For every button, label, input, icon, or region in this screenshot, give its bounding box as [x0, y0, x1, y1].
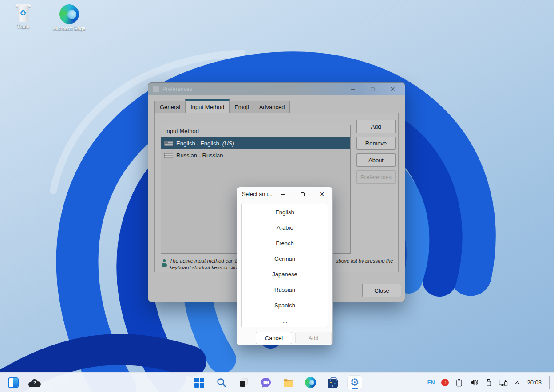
- info-text-line2: keyboard shortcut keys or clicking: [170, 265, 237, 270]
- minimize-icon: [351, 89, 355, 90]
- list-item-english[interactable]: English - English (US): [161, 137, 350, 149]
- titlebar[interactable]: Select an i... ✕: [237, 187, 332, 201]
- remove-button[interactable]: Remove: [356, 137, 396, 150]
- up-arrow-icon: ↑: [444, 380, 447, 385]
- maximize-button[interactable]: [293, 187, 312, 201]
- minimize-button[interactable]: [273, 187, 293, 201]
- close-icon: ✕: [390, 86, 396, 92]
- windows-logo-icon: [194, 378, 204, 388]
- app-icon: [153, 86, 159, 92]
- folder-icon: [283, 377, 294, 388]
- file-explorer-button[interactable]: [281, 376, 295, 390]
- about-button[interactable]: About: [356, 153, 396, 167]
- search-icon: [216, 377, 227, 388]
- tab-general[interactable]: General: [154, 101, 186, 113]
- task-view-icon: [238, 377, 249, 388]
- edge-icon: [59, 4, 79, 24]
- titlebar[interactable]: Preferences ✕: [148, 83, 405, 95]
- usb-drive-icon[interactable]: [486, 378, 492, 387]
- preferences-button[interactable]: Preferences: [356, 170, 396, 184]
- store-button[interactable]: [325, 376, 340, 390]
- close-button[interactable]: ✕: [383, 83, 403, 95]
- show-desktop-button[interactable]: [549, 376, 550, 389]
- edge-button[interactable]: [303, 376, 317, 390]
- taskbar-clock[interactable]: 20:03: [527, 379, 542, 386]
- trash-icon: ♻: [16, 4, 31, 22]
- tab-label: General: [160, 104, 180, 110]
- settings-button[interactable]: ⚙: [348, 376, 362, 390]
- search-button[interactable]: [214, 376, 229, 390]
- tab-advanced[interactable]: Advanced: [254, 101, 290, 113]
- ru-flag-icon: [164, 153, 173, 158]
- desktop-icon-label: Microsoft Edge: [51, 26, 88, 31]
- add-button[interactable]: Add: [356, 120, 396, 133]
- select-input-method-window: Select an i... ✕ English Arabic French G…: [237, 187, 333, 345]
- widgets-icon[interactable]: [8, 377, 19, 388]
- close-icon: ✕: [319, 191, 324, 197]
- language-item-japanese[interactable]: Japanese: [242, 267, 328, 282]
- volume-icon[interactable]: [470, 379, 479, 386]
- window-title: Select an i...: [242, 191, 273, 197]
- list-item-label: Russian - Russian: [176, 152, 223, 159]
- tab-input-method[interactable]: Input Method: [185, 99, 230, 113]
- language-item-spanish[interactable]: Spanish: [242, 298, 328, 313]
- store-icon: [328, 379, 338, 388]
- recycle-icon: ♻: [16, 9, 31, 17]
- add-button[interactable]: Add: [295, 332, 332, 344]
- display-devices-icon[interactable]: [499, 379, 508, 387]
- language-item-more[interactable]: ...: [242, 313, 328, 327]
- tab-label: Emoji: [234, 104, 249, 110]
- task-view-button[interactable]: [237, 376, 251, 390]
- cancel-button[interactable]: Cancel: [256, 332, 292, 344]
- list-item-label: English - English: [176, 140, 219, 147]
- language-item-french[interactable]: French: [242, 235, 328, 251]
- clipboard-icon[interactable]: [455, 378, 463, 387]
- info-text-line1-right: above list by pressing the: [336, 258, 393, 263]
- gear-icon: ⚙: [350, 377, 360, 388]
- list-item-russian[interactable]: Russian - Russian: [161, 149, 350, 161]
- maximize-icon: [301, 192, 305, 196]
- maximize-button[interactable]: [363, 83, 383, 95]
- language-item-arabic[interactable]: Arabic: [242, 220, 328, 235]
- chevron-up-icon[interactable]: [514, 381, 520, 384]
- info-text-line1-left: The active input method can be s: [170, 258, 237, 263]
- language-item-russian[interactable]: Russian: [242, 282, 328, 298]
- person-icon: [161, 259, 167, 267]
- minimize-button[interactable]: [343, 83, 363, 95]
- window-title: Preferences: [162, 86, 192, 92]
- desktop-icon-label: Trash: [4, 24, 42, 29]
- list-column-header: Input Method: [161, 125, 350, 137]
- us-flag-icon: [164, 141, 173, 146]
- list-item-suffix: (US): [222, 140, 234, 147]
- close-dialog-button[interactable]: Close: [362, 284, 401, 297]
- language-indicator[interactable]: EN: [427, 380, 435, 386]
- desktop-icon-trash[interactable]: ♻ Trash: [4, 4, 42, 29]
- close-button[interactable]: ✕: [312, 187, 332, 201]
- minimize-icon: [281, 194, 285, 195]
- desktop-icon-edge[interactable]: Microsoft Edge: [51, 4, 88, 31]
- chat-icon: [260, 377, 272, 388]
- tab-emoji[interactable]: Emoji: [229, 101, 254, 113]
- language-item-english[interactable]: English: [242, 204, 328, 220]
- weather-cloud-icon[interactable]: ?: [28, 378, 41, 387]
- start-button[interactable]: [192, 376, 206, 390]
- language-list: English Arabic French German Japanese Ru…: [241, 204, 328, 327]
- language-item-german[interactable]: German: [242, 251, 328, 267]
- maximize-icon: [371, 87, 375, 91]
- edge-icon: [305, 377, 316, 388]
- tab-bar: General Input Method Emoji Advanced: [154, 99, 289, 113]
- taskbar: ?: [0, 372, 554, 392]
- chat-button[interactable]: [259, 376, 273, 390]
- tab-label: Advanced: [259, 104, 285, 110]
- update-notifier-icon[interactable]: ↑: [441, 379, 449, 386]
- tab-label: Input Method: [190, 104, 224, 110]
- question-mark-icon: ?: [33, 380, 36, 385]
